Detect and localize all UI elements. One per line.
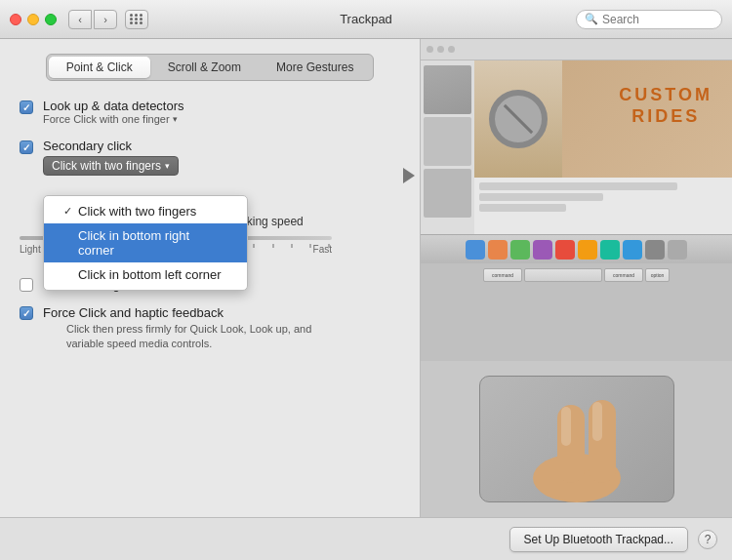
mock-content-line-2: [479, 193, 603, 201]
bluetooth-trackpad-button[interactable]: Set Up Bluetooth Trackpad...: [509, 527, 688, 552]
mock-content-line-1: [479, 182, 677, 190]
secondary-click-dropdown-menu: ✓ Click with two fingers ✓ Click in bott…: [43, 195, 248, 291]
mock-content-line-3: [479, 204, 566, 212]
search-input[interactable]: [602, 13, 713, 26]
tab-point-click[interactable]: Point & Click: [49, 57, 150, 78]
main-content: Point & Click Scroll & Zoom More Gesture…: [0, 39, 732, 517]
mock-nav-item-3: [424, 169, 471, 218]
tab-bar: Point & Click Scroll & Zoom More Gesture…: [46, 54, 375, 81]
dock-icon-8: [623, 240, 642, 260]
secondary-click-dropdown[interactable]: Click with two fingers ▾: [43, 156, 179, 176]
mock-main-area: CUSTOM RIDES: [474, 60, 732, 234]
dropdown-item-bottom-right[interactable]: ✓ Click in bottom right corner: [44, 223, 247, 262]
dock-icon-3: [510, 240, 530, 260]
trackpad: [479, 376, 674, 502]
dock-icon-6: [578, 240, 597, 260]
mock-bottom-area: [474, 178, 732, 234]
force-click-label-group: Force Click and haptic feedback Click th…: [43, 305, 340, 352]
left-panel: Point & Click Scroll & Zoom More Gesture…: [0, 39, 420, 517]
svg-rect-3: [561, 407, 571, 446]
forward-button[interactable]: ›: [94, 10, 117, 29]
dock-icon-7: [600, 240, 620, 260]
silent-clicking-checkbox[interactable]: [20, 278, 33, 292]
tab-more-gestures[interactable]: More Gestures: [259, 57, 371, 78]
lookup-sublabel[interactable]: Force Click with one finger ▾: [43, 113, 184, 125]
grid-view-button[interactable]: [125, 10, 148, 29]
minimize-button[interactable]: [27, 14, 39, 25]
force-click-checkbox[interactable]: [20, 306, 33, 320]
key-space: [524, 268, 602, 282]
lookup-setting: Look up & data detectors Force Click wit…: [20, 99, 400, 125]
window-title: Trackpad: [340, 12, 392, 26]
hand-illustration: [499, 376, 655, 502]
dock-icon-1: [466, 240, 485, 260]
keyboard-row-1: command command option: [483, 268, 670, 282]
svg-rect-4: [592, 402, 602, 441]
key-option: option: [645, 268, 670, 282]
chevron-down-icon: ▾: [173, 114, 178, 124]
help-button[interactable]: ?: [698, 530, 717, 549]
right-panel: CUSTOM RIDES: [420, 39, 732, 517]
secondary-click-label: Secondary click: [43, 139, 179, 153]
lookup-label: Look up & data detectors: [43, 99, 184, 113]
mock-dot-1: [427, 46, 433, 53]
force-click-label: Force Click and haptic feedback: [43, 305, 340, 320]
mock-sidebar-nav: [421, 60, 474, 234]
dropdown-item-bottom-left[interactable]: ✓ Click in bottom left corner: [44, 262, 247, 287]
back-button[interactable]: ‹: [68, 10, 92, 29]
preview-image: CUSTOM RIDES: [421, 39, 732, 517]
dock-icon-10: [668, 240, 687, 260]
key-command-right: command: [604, 268, 643, 282]
lookup-checkbox[interactable]: [20, 100, 33, 114]
dropdown-item-two-fingers[interactable]: ✓ Click with two fingers: [44, 199, 247, 223]
mock-nav-item-1: [424, 65, 471, 114]
mock-trackpad-area: [421, 361, 732, 517]
nav-buttons: ‹ ›: [68, 10, 117, 29]
dock-icon-9: [645, 240, 665, 260]
mock-browser: CUSTOM RIDES: [421, 39, 732, 263]
mock-dock: [421, 234, 732, 263]
search-box[interactable]: 🔍: [576, 10, 722, 29]
bottom-bar: Set Up Bluetooth Trackpad... ?: [0, 517, 732, 560]
dock-icon-2: [488, 240, 508, 260]
mock-dot-3: [448, 46, 455, 53]
secondary-click-label-group: Secondary click Click with two fingers ▾: [43, 139, 179, 176]
check-icon: ✓: [63, 205, 72, 218]
key-command-left: command: [483, 268, 522, 282]
maximize-button[interactable]: [45, 14, 57, 25]
secondary-click-setting: Secondary click Click with two fingers ▾…: [20, 139, 400, 176]
mock-hero: CUSTOM RIDES: [474, 60, 732, 178]
grid-icon: [130, 14, 143, 24]
dropdown-chevron-icon: ▾: [165, 161, 170, 171]
dock-icon-5: [555, 240, 575, 260]
arrow-right-icon: [403, 168, 415, 183]
mock-content: CUSTOM RIDES: [421, 60, 732, 234]
force-click-setting: Force Click and haptic feedback Click th…: [20, 305, 400, 352]
mock-dot-2: [437, 46, 444, 53]
titlebar: ‹ › Trackpad 🔍: [0, 0, 732, 39]
search-icon: 🔍: [585, 13, 598, 25]
lookup-label-group: Look up & data detectors Force Click wit…: [43, 99, 184, 125]
traffic-lights: [10, 14, 57, 25]
hero-text: CUSTOM RIDES: [619, 85, 712, 127]
mock-browser-bar: [421, 39, 732, 60]
mock-nav-item-2: [424, 117, 471, 166]
dock-icon-4: [533, 240, 552, 260]
close-button[interactable]: [10, 14, 21, 25]
secondary-click-checkbox[interactable]: [20, 140, 33, 154]
force-click-description: Click then press firmly for Quick Look, …: [66, 322, 340, 352]
mock-keyboard: command command option: [421, 263, 732, 361]
hero-image: [474, 60, 562, 178]
tab-scroll-zoom[interactable]: Scroll & Zoom: [150, 57, 259, 78]
